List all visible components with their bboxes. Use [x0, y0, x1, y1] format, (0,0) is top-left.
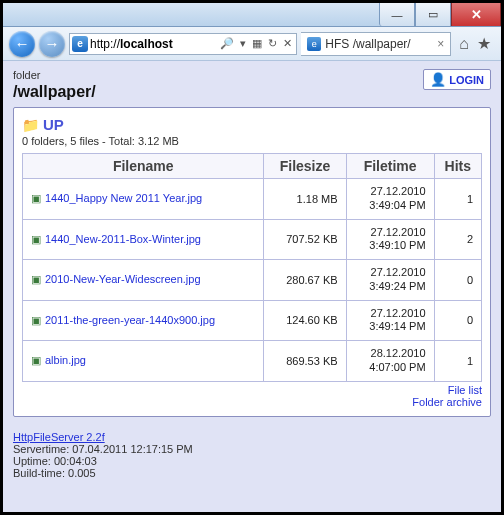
image-icon: ▣: [31, 192, 41, 204]
stop-icon[interactable]: ✕: [281, 37, 294, 50]
servertime: Servertime: 07.04.2011 12:17:15 PM: [13, 443, 491, 455]
file-size: 707.52 KB: [264, 219, 346, 260]
buildtime: Build-time: 0.005: [13, 467, 491, 479]
file-hits: 0: [434, 300, 481, 341]
address-bar[interactable]: e http://localhost 🔎 ▾ ▦ ↻ ✕: [69, 33, 297, 55]
table-row: ▣2011-the-green-year-1440x900.jpg124.60 …: [23, 300, 482, 341]
url-text: http://localhost: [90, 37, 216, 51]
uptime: Uptime: 00:04:03: [13, 455, 491, 467]
folder-stats: 0 folders, 5 files - Total: 3.12 MB: [22, 135, 482, 147]
ie-icon: e: [72, 36, 88, 52]
breadcrumb: folder: [13, 69, 491, 81]
image-icon: ▣: [31, 233, 41, 245]
file-hits: 2: [434, 219, 481, 260]
file-list-link[interactable]: File list: [22, 384, 482, 396]
file-time: 27.12.20103:49:24 PM: [346, 260, 434, 301]
page-title: /wallpaper/: [13, 83, 491, 101]
up-folder-icon: 📁: [22, 117, 39, 133]
search-icon[interactable]: 🔎: [218, 37, 236, 50]
back-button[interactable]: ←: [9, 31, 35, 57]
browser-tab[interactable]: e HFS /wallpaper/ ×: [301, 32, 451, 56]
file-time: 27.12.20103:49:10 PM: [346, 219, 434, 260]
file-link[interactable]: ▣2011-the-green-year-1440x900.jpg: [23, 300, 264, 341]
file-size: 1.18 MB: [264, 179, 346, 220]
table-row: ▣1440_Happy New 2011 Year.jpg1.18 MB27.1…: [23, 179, 482, 220]
image-icon: ▣: [31, 314, 41, 326]
col-filetime[interactable]: Filetime: [346, 154, 434, 179]
footer: HttpFileServer 2.2f Servertime: 07.04.20…: [13, 431, 491, 479]
file-link[interactable]: ▣albin.jpg: [23, 341, 264, 382]
page-body: 👤 LOGIN folder /wallpaper/ 📁 UP 0 folder…: [3, 61, 501, 512]
file-link[interactable]: ▣2010-New-Year-Widescreen.jpg: [23, 260, 264, 301]
file-hits: 0: [434, 260, 481, 301]
favorites-icon[interactable]: ★: [477, 34, 491, 53]
tab-favicon: e: [307, 37, 321, 51]
folder-archive-link[interactable]: Folder archive: [22, 396, 482, 408]
up-link[interactable]: UP: [43, 116, 64, 133]
col-filesize[interactable]: Filesize: [264, 154, 346, 179]
file-time: 27.12.20103:49:14 PM: [346, 300, 434, 341]
minimize-button[interactable]: —: [379, 3, 415, 26]
file-hits: 1: [434, 341, 481, 382]
file-time: 28.12.20104:07:00 PM: [346, 341, 434, 382]
server-name[interactable]: HttpFileServer 2.2f: [13, 431, 105, 443]
image-icon: ▣: [31, 354, 41, 366]
col-hits[interactable]: Hits: [434, 154, 481, 179]
table-row: ▣1440_New-2011-Box-Winter.jpg707.52 KB27…: [23, 219, 482, 260]
refresh-icon[interactable]: ↻: [266, 37, 279, 50]
file-link[interactable]: ▣1440_New-2011-Box-Winter.jpg: [23, 219, 264, 260]
dropdown-icon[interactable]: ▾: [238, 37, 248, 50]
forward-button[interactable]: →: [39, 31, 65, 57]
file-size: 869.53 KB: [264, 341, 346, 382]
file-time: 27.12.20103:49:04 PM: [346, 179, 434, 220]
compat-icon[interactable]: ▦: [250, 37, 264, 50]
file-hits: 1: [434, 179, 481, 220]
user-icon: 👤: [430, 72, 446, 87]
login-button[interactable]: 👤 LOGIN: [423, 69, 491, 90]
table-row: ▣albin.jpg869.53 KB28.12.20104:07:00 PM1: [23, 341, 482, 382]
file-table: Filename Filesize Filetime Hits ▣1440_Ha…: [22, 153, 482, 382]
file-listing-card: 📁 UP 0 folders, 5 files - Total: 3.12 MB…: [13, 107, 491, 417]
browser-nav: ← → e http://localhost 🔎 ▾ ▦ ↻ ✕ e HFS /…: [3, 27, 501, 61]
window-titlebar: — ▭ ✕: [3, 3, 501, 27]
home-icon[interactable]: ⌂: [459, 35, 469, 53]
image-icon: ▣: [31, 273, 41, 285]
tab-close-icon[interactable]: ×: [437, 37, 444, 51]
col-filename[interactable]: Filename: [23, 154, 264, 179]
file-link[interactable]: ▣1440_Happy New 2011 Year.jpg: [23, 179, 264, 220]
login-label: LOGIN: [449, 74, 484, 86]
maximize-button[interactable]: ▭: [415, 3, 451, 26]
file-size: 280.67 KB: [264, 260, 346, 301]
close-button[interactable]: ✕: [451, 3, 501, 26]
file-size: 124.60 KB: [264, 300, 346, 341]
table-row: ▣2010-New-Year-Widescreen.jpg280.67 KB27…: [23, 260, 482, 301]
tab-title: HFS /wallpaper/: [325, 37, 433, 51]
